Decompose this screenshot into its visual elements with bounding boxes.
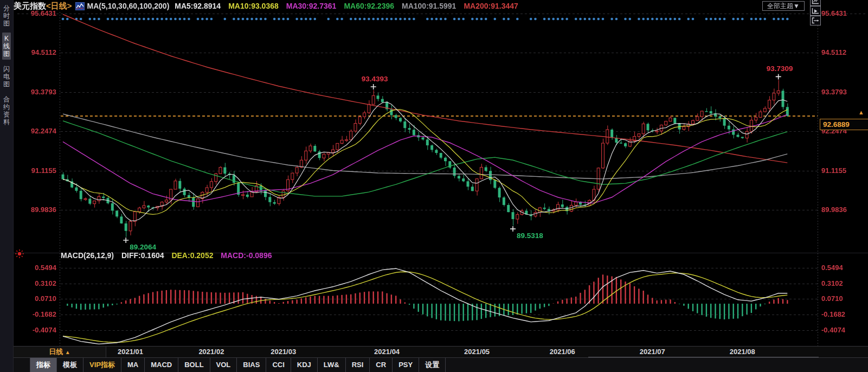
pane-chart-left-icon[interactable] [810,0,821,6]
date-axis-strip: 日线 ▲ 2021/012021/022021/032021/042021/05… [14,346,868,358]
date-label-2021/01: 2021/01 [118,347,143,357]
toolbar-item-MA[interactable]: MA [121,358,145,372]
period-selector[interactable]: 日线 ▲ [14,347,106,357]
price-axis-label-right-4: 91.1155 [821,166,865,175]
header-ma-value-0: MA5:92.8914 [175,2,221,10]
ma-summary-label: MA(5,10,30,60,100,200) [87,2,170,10]
pop-out-icon[interactable] [810,16,821,25]
date-label-2021/05: 2021/05 [464,347,490,357]
sidebar-item-2[interactable]: 闪电图 [2,63,11,90]
toolbar-item-RSI[interactable]: RSI [346,358,370,372]
macd-dea-value: DEA:0.2052 [171,251,213,260]
price-annotation-high-93.4393: 93.4393 [362,75,388,83]
scroll-range-indicator[interactable] [588,357,819,357]
date-label-2021/07: 2021/07 [640,347,665,357]
price-axis-label-right-1: 94.5112 [821,48,865,57]
price-axis-label-left-1: 94.5112 [17,48,56,57]
macd-diff-value: DIFF:0.1604 [121,251,164,260]
price-annotation-high-93.7309: 93.7309 [767,65,793,73]
date-label-2021/08: 2021/08 [730,347,755,357]
macd-axis-label-left-4: -0.4074 [17,326,56,335]
toolbar-item-BIAS[interactable]: BIAS [237,358,266,372]
date-label-2021/06: 2021/06 [550,347,575,357]
price-annotation-low-89.2064: 89.2064 [130,243,156,251]
toolbar-item-PSY[interactable]: PSY [393,358,419,372]
toolbar-item-VOL[interactable]: VOL [210,358,237,372]
price-axis-label-right-2: 93.3793 [821,88,865,97]
price-axis-label-right-5: 89.9836 [821,206,865,214]
toolbar-item-CCI[interactable]: CCI [266,358,291,372]
macd-axis-label-left-2: 0.0710 [17,294,56,303]
toolbar-item-MACD[interactable]: MACD [145,358,178,372]
symbol-title: 美元指数 [14,1,46,11]
price-axis-label-left-2: 93.3793 [17,88,56,97]
macd-macd-value: MACD:-0.0896 [221,251,272,260]
macd-axis-label-left-3: -0.1682 [17,310,56,319]
indicator-toolbar: 指标模板VIP指标MAMACDBOLLVOLBIASCCIKDJLW&RSICR… [14,358,868,372]
price-axis-label-left-3: 92.2474 [17,127,56,136]
macd-axis-label-right-0: 0.5494 [821,264,865,272]
price-up-arrow: ▲ [858,109,864,116]
toolbar-item-LW&[interactable]: LW& [318,358,346,372]
period-arrow-icon: ▲ [65,349,70,355]
ma-values-group: MA5:92.8914MA10:93.0368MA30:92.7361MA60:… [175,2,526,10]
date-label-2021/03: 2021/03 [271,347,296,357]
header-ma-value-5: MA200:91.3447 [464,2,518,10]
toolbar-item-模板[interactable]: 模板 [57,358,83,372]
macd-axis-label-left-0: 0.5494 [17,264,56,272]
chart-header: 美元指数 <日线> MA(5,10,30,60,100,200) MA5:92.… [14,0,868,12]
chart-type-sidebar: 分时图K线图闪电图合约资料 [0,0,14,372]
header-ma-value-1: MA10:93.0368 [228,2,279,10]
date-label-2021/04: 2021/04 [374,347,400,357]
kline-chart-icon [75,2,85,10]
sidebar-item-0[interactable]: 分时图 [2,2,11,29]
toolbar-item-指标[interactable]: 指标 [30,358,57,372]
price-axis-label-left-5: 89.9836 [17,206,56,214]
date-label-2021/02: 2021/02 [198,347,224,357]
sidebar-item-3[interactable]: 合约资料 [2,93,11,128]
current-price-box: 92.6889 [820,119,868,130]
price-annotation-low-89.5318: 89.5318 [517,232,543,240]
all-themes-button[interactable]: 全部主题▼ [762,1,805,11]
toolbar-item-设置[interactable]: 设置 [419,358,446,372]
macd-axis-label-left-1: 0.3102 [17,279,56,288]
toolbar-item-KDJ[interactable]: KDJ [291,358,318,372]
price-axis-label-left-4: 91.1155 [17,166,56,175]
pane-chart-play-icon[interactable] [810,6,821,16]
trading-app-window: 分时图K线图闪电图合约资料 美元指数 <日线> MA(5,10,30,60,10… [0,0,868,372]
toolbar-item-CR[interactable]: CR [370,358,393,372]
period-tag: <日线> [46,1,72,11]
header-ma-value-4: MA100:91.5991 [402,2,456,10]
macd-header: MACD(26,12,9) DIFF:0.1604 DEA:0.2052 MAC… [61,251,277,260]
macd-axis-label-right-1: 0.3102 [821,279,865,288]
toolbar-item-BOLL[interactable]: BOLL [178,358,210,372]
period-label: 日线 [49,348,63,356]
header-ma-value-3: MA60:92.2396 [344,2,394,10]
header-ma-value-2: MA30:92.7361 [286,2,337,10]
alert-sun-icon[interactable] [15,249,24,259]
candlestick-macd-chart-canvas[interactable] [0,0,868,372]
macd-title: MACD(26,12,9) [61,251,114,260]
macd-axis-label-right-4: -0.4074 [821,326,865,335]
macd-axis-label-right-2: 0.0710 [821,294,865,303]
macd-axis-label-right-3: -0.1682 [821,310,865,319]
window-icons-group [810,0,822,25]
sidebar-item-1[interactable]: K线图 [2,33,11,60]
toolbar-item-VIP指标[interactable]: VIP指标 [83,358,121,372]
